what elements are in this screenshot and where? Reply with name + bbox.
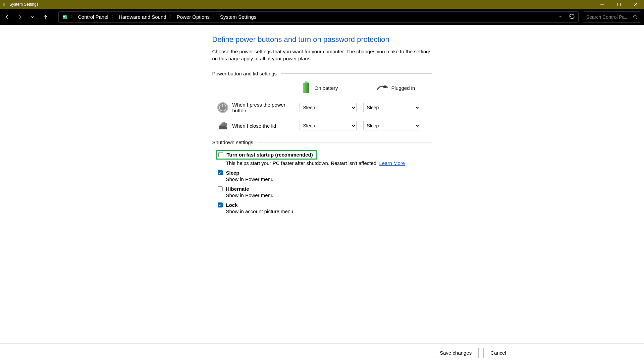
svg-rect-1: [4, 2, 4, 4]
search-icon: [633, 15, 638, 19]
svg-rect-16: [386, 87, 388, 88]
section-label: Shutdown settings: [212, 139, 254, 145]
shutdown-sleep: Sleep Show in Power menu.: [218, 170, 432, 182]
chevron-right-icon: 〉: [213, 14, 217, 19]
checkbox-label: Turn on fast startup (recommended): [227, 152, 313, 158]
svg-rect-8: [63, 16, 65, 17]
back-button[interactable]: [3, 13, 11, 21]
battery-icon: [301, 81, 311, 95]
column-headers: On battery Plugged in: [301, 81, 432, 95]
address-bar[interactable]: 〉 Control Panel 〉 Hardware and Sound 〉 P…: [58, 11, 579, 23]
column-on-battery: On battery: [301, 81, 357, 95]
control-panel-icon: [62, 14, 67, 20]
breadcrumb-item[interactable]: Hardware and Sound: [119, 14, 166, 20]
column-label: On battery: [315, 85, 338, 91]
forward-button[interactable]: [15, 13, 24, 21]
chevron-right-icon: 〉: [71, 14, 74, 19]
svg-rect-3: [618, 3, 621, 6]
page-title: Define power buttons and turn on passwor…: [212, 35, 432, 44]
sleep-checkbox[interactable]: [218, 170, 223, 175]
row-label: When I press the power button:: [232, 102, 300, 113]
title-bar: System Settings: [0, 0, 644, 9]
shutdown-hibernate: Hibernate Show in Power menu.: [218, 186, 432, 198]
svg-rect-11: [305, 81, 308, 83]
page-description: Choose the power settings that you want …: [212, 48, 432, 62]
svg-rect-0: [3, 3, 5, 6]
section-label: Power button and lid settings: [212, 71, 277, 76]
row-close-lid: When I close the lid: Do nothingSleepHib…: [212, 119, 432, 132]
section-power-lid: Power button and lid settings: [212, 71, 432, 76]
svg-line-10: [636, 17, 637, 19]
power-button-plugged-select[interactable]: Do nothingSleepHibernateShut down: [363, 103, 420, 112]
save-button[interactable]: Save changes: [433, 348, 479, 358]
app-icon: [2, 2, 7, 7]
window-title: System Settings: [9, 2, 39, 7]
cancel-button[interactable]: Cancel: [483, 348, 513, 358]
nav-bar: 〉 Control Panel 〉 Hardware and Sound 〉 P…: [0, 9, 644, 25]
svg-rect-15: [386, 86, 388, 86]
highlight-box: Turn on fast startup (recommended): [216, 150, 317, 160]
maximize-button[interactable]: [610, 0, 627, 9]
row-power-button: When I press the power button: Do nothin…: [212, 101, 432, 114]
lock-checkbox[interactable]: [218, 202, 223, 207]
column-plugged-in: Plugged in: [377, 84, 432, 92]
addr-dropdown-icon[interactable]: [558, 14, 563, 20]
breadcrumb-item[interactable]: System Settings: [220, 14, 256, 20]
recent-dropdown[interactable]: [28, 13, 37, 21]
plug-icon: [377, 84, 388, 92]
section-shutdown: Shutdown settings: [212, 139, 432, 145]
chevron-right-icon: 〉: [112, 14, 115, 19]
fast-startup-checkbox[interactable]: [218, 152, 223, 157]
chevron-right-icon: 〉: [170, 14, 173, 19]
svg-rect-21: [219, 126, 227, 129]
shutdown-lock: Lock Show in account picture menu.: [218, 202, 432, 214]
hibernate-desc: Show in Power menu.: [226, 192, 432, 198]
power-button-on-battery-select[interactable]: Do nothingSleepHibernateShut down: [300, 103, 357, 112]
column-label: Plugged in: [391, 85, 415, 91]
sleep-desc: Show in Power menu.: [226, 176, 432, 182]
row-label: When I close the lid:: [232, 123, 300, 129]
minimize-button[interactable]: [594, 0, 610, 9]
close-button[interactable]: [627, 0, 644, 9]
search-placeholder: Search Control Pa...: [586, 14, 633, 20]
lid-icon: [216, 119, 229, 132]
hibernate-checkbox[interactable]: [218, 186, 223, 191]
checkbox-label: Lock: [226, 202, 238, 208]
close-lid-on-battery-select[interactable]: Do nothingSleepHibernateShut down: [300, 121, 357, 130]
shutdown-fast-startup: Turn on fast startup (recommended) This …: [218, 150, 432, 166]
svg-point-9: [634, 15, 636, 18]
checkbox-label: Hibernate: [226, 186, 249, 192]
breadcrumb-item[interactable]: Power Options: [177, 14, 210, 20]
refresh-button[interactable]: [569, 13, 575, 20]
search-input[interactable]: Search Control Pa...: [583, 11, 641, 23]
footer: Save changes Cancel: [0, 343, 644, 362]
close-lid-plugged-select[interactable]: Do nothingSleepHibernateShut down: [363, 121, 420, 130]
svg-rect-13: [303, 82, 309, 93]
breadcrumb-item[interactable]: Control Panel: [78, 14, 108, 20]
up-button[interactable]: [41, 13, 50, 21]
lock-desc: Show in account picture menu.: [226, 208, 432, 214]
fast-startup-desc: This helps start your PC faster after sh…: [226, 160, 432, 166]
checkbox-label: Sleep: [226, 170, 239, 176]
learn-more-link[interactable]: Learn More: [379, 160, 405, 166]
power-icon: [216, 101, 229, 114]
content-area: Define power buttons and turn on passwor…: [0, 25, 644, 343]
